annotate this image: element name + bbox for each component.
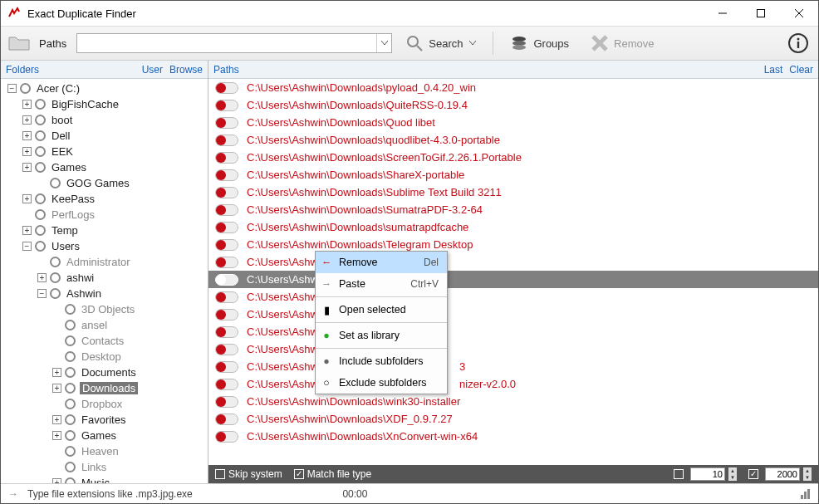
menu-item[interactable]: ▮Open selected: [316, 299, 447, 321]
expand-icon[interactable]: +: [52, 368, 61, 377]
chevron-down-icon[interactable]: [469, 41, 476, 46]
path-row[interactable]: C:\Users\Ashwin\Downloads\Quod libet: [208, 114, 818, 131]
path-row[interactable]: C:\Users\Ashwin\Downloads\Test: [208, 253, 818, 271]
path-row[interactable]: C:\Users\Ashwin: [208, 271, 818, 288]
path-row[interactable]: C:\Users\Ashwinnizer-v2.0.0: [208, 375, 818, 393]
paths-link-clear[interactable]: Clear: [789, 64, 813, 76]
info-button[interactable]: [785, 30, 812, 56]
menu-item[interactable]: ○Exclude subfolders: [316, 372, 447, 394]
skip-system-checkbox[interactable]: Skip system: [215, 468, 282, 480]
tree-node[interactable]: PerfLogs: [4, 207, 208, 223]
path-row[interactable]: C:\Users\Ashwin\Downloads\SumatraPDF-3.2…: [208, 201, 818, 218]
path-toggle[interactable]: [215, 100, 238, 111]
path-toggle[interactable]: [215, 344, 238, 355]
path-toggle[interactable]: [215, 274, 238, 286]
folders-link-user[interactable]: User: [142, 64, 163, 76]
path-row[interactable]: C:\Users\Ashwin\Downloads\XDF_0.9.7.27: [208, 410, 818, 428]
status-chart-icon[interactable]: [800, 488, 812, 500]
path-toggle[interactable]: [215, 117, 238, 129]
path-row[interactable]: C:\Users\Ashwin\Downloads\XnConvert-win-…: [208, 428, 818, 445]
path-toggle[interactable]: [215, 413, 238, 425]
tree-node[interactable]: ansel: [4, 317, 208, 333]
tree-node[interactable]: +Games: [4, 159, 208, 175]
tree-node[interactable]: +EEK: [4, 144, 208, 159]
menu-item[interactable]: ●Include subfolders: [316, 350, 447, 372]
tree-node[interactable]: Administrator: [4, 254, 208, 270]
spin1-input[interactable]: [690, 467, 725, 481]
expand-icon[interactable]: +: [22, 226, 32, 235]
path-toggle[interactable]: [215, 239, 238, 251]
maximize-button[interactable]: [742, 1, 780, 26]
folders-link-browse[interactable]: Browse: [169, 64, 203, 76]
path-toggle[interactable]: [215, 152, 238, 164]
tree-node[interactable]: −Users: [4, 238, 208, 254]
path-toggle[interactable]: [215, 326, 238, 338]
tree-node[interactable]: +Music: [4, 475, 208, 483]
spin2-arrows[interactable]: ▲▼: [803, 467, 812, 481]
path-toggle[interactable]: [215, 222, 238, 233]
path-toggle[interactable]: [215, 431, 238, 443]
tree-node[interactable]: Heaven: [4, 443, 208, 459]
spin2-input[interactable]: [765, 467, 800, 481]
collapse-icon[interactable]: −: [7, 84, 17, 93]
folder-tree[interactable]: −Acer (C:)+BigFishCache+boot+Dell+EEK+Ga…: [1, 79, 208, 483]
groups-button[interactable]: Groups: [502, 30, 577, 56]
tree-node[interactable]: +Favorites: [4, 412, 208, 428]
path-toggle[interactable]: [215, 379, 238, 390]
paths-list[interactable]: C:\Users\Ashwin\Downloads\pyload_0.4.20_…: [208, 79, 818, 465]
path-row[interactable]: C:\Users\Ashwin\Downloads\QuiteRSS-0.19.…: [208, 96, 818, 114]
match-file-type-checkbox[interactable]: Match file type: [294, 468, 371, 480]
path-toggle[interactable]: [215, 257, 238, 268]
path-toggle[interactable]: [215, 204, 238, 216]
path-toggle[interactable]: [215, 169, 238, 181]
expand-icon[interactable]: +: [52, 415, 61, 424]
collapse-icon[interactable]: −: [22, 242, 32, 251]
path-toggle[interactable]: [215, 135, 238, 146]
spin1-arrows[interactable]: ▲▼: [728, 467, 737, 481]
collapse-icon[interactable]: −: [37, 289, 47, 298]
tree-node[interactable]: −Ashwin: [4, 286, 208, 301]
tree-node[interactable]: Desktop: [4, 349, 208, 365]
tree-node[interactable]: +boot: [4, 112, 208, 128]
spin2-checkbox[interactable]: [748, 469, 758, 479]
path-toggle[interactable]: [215, 361, 238, 373]
path-row[interactable]: C:\Users\Ashwin: [208, 288, 818, 306]
path-row[interactable]: C:\Users\Ashwin\Downloads\ScreenToGif.2.…: [208, 149, 818, 166]
minimize-button[interactable]: [704, 1, 742, 26]
tree-node[interactable]: 3D Objects: [4, 301, 208, 317]
tree-node[interactable]: −Acer (C:): [4, 81, 208, 96]
tree-node[interactable]: +Games: [4, 428, 208, 443]
expand-icon[interactable]: +: [22, 115, 32, 125]
expand-icon[interactable]: +: [52, 431, 61, 440]
tree-node[interactable]: +Downloads: [4, 380, 208, 396]
chevron-down-icon[interactable]: [376, 34, 391, 52]
path-toggle[interactable]: [215, 396, 238, 408]
expand-icon[interactable]: +: [22, 100, 32, 109]
path-row[interactable]: C:\Users\Ashwin: [208, 306, 818, 323]
path-row[interactable]: C:\Users\Ashwin\Downloads\quodlibet-4.3.…: [208, 131, 818, 149]
expand-icon[interactable]: +: [37, 273, 47, 282]
path-toggle[interactable]: [215, 82, 238, 94]
tree-node[interactable]: +Documents: [4, 365, 208, 380]
path-row[interactable]: C:\Users\Ashwin\Downloads\sumatrapdfcach…: [208, 218, 818, 236]
tree-node[interactable]: +Dell: [4, 128, 208, 144]
tree-node[interactable]: Links: [4, 459, 208, 475]
path-row[interactable]: C:\Users\Ashwin\Downloads\pyload_0.4.20_…: [208, 79, 818, 96]
menu-item[interactable]: ●Set as library: [316, 325, 447, 346]
path-toggle[interactable]: [215, 187, 238, 198]
menu-item[interactable]: ←RemoveDel: [316, 252, 447, 273]
path-row[interactable]: C:\Users\Ashwin\Downloads\Sublime Text B…: [208, 183, 818, 201]
close-button[interactable]: [780, 1, 818, 26]
path-toggle[interactable]: [215, 291, 238, 303]
tree-node[interactable]: Dropbox: [4, 396, 208, 412]
path-toggle[interactable]: [215, 309, 238, 321]
paths-combo[interactable]: [76, 33, 392, 53]
tree-node[interactable]: Contacts: [4, 333, 208, 349]
expand-icon[interactable]: +: [22, 147, 32, 156]
path-row[interactable]: C:\Users\Ashwin\Downloads\Telegram Deskt…: [208, 236, 818, 253]
expand-icon[interactable]: +: [22, 163, 32, 172]
tree-node[interactable]: +ashwi: [4, 270, 208, 286]
tree-node[interactable]: GOG Games: [4, 175, 208, 191]
path-row[interactable]: C:\Users\Ashwin\Downloads\ShareX-portabl…: [208, 166, 818, 183]
tree-node[interactable]: +Temp: [4, 223, 208, 238]
